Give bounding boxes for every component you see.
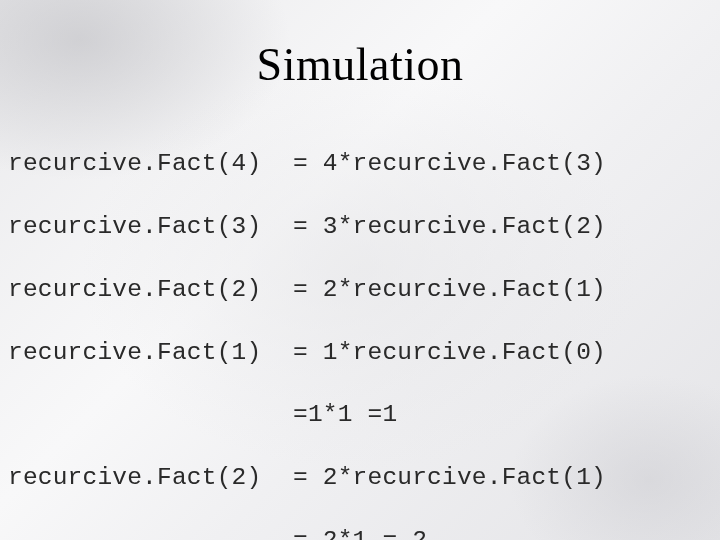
code-row: recurcive.Fact(3)= 3*recurcive.Fact(2) xyxy=(8,211,720,242)
slide-title: Simulation xyxy=(0,0,720,91)
code-rhs: = 2*recurcive.Fact(1) xyxy=(293,274,606,305)
simulation-code: recurcive.Fact(4)= 4*recurcive.Fact(3) r… xyxy=(0,91,720,540)
code-rhs: =1*1 =1 xyxy=(293,399,397,430)
code-rhs: = 1*recurcive.Fact(0) xyxy=(293,337,606,368)
code-row: recurcive.Fact(1)= 1*recurcive.Fact(0) xyxy=(8,337,720,368)
code-row: recurcive.Fact(4)= 4*recurcive.Fact(3) xyxy=(8,148,720,179)
code-lhs: recurcive.Fact(3) xyxy=(8,211,293,242)
code-rhs: = 2*1 = 2 xyxy=(293,525,427,540)
code-row: recurcive.Fact(2)= 2*recurcive.Fact(1) xyxy=(8,462,720,493)
code-rhs: = 2*recurcive.Fact(1) xyxy=(293,462,606,493)
code-row: =1*1 =1 xyxy=(8,399,720,430)
code-lhs: recurcive.Fact(2) xyxy=(8,462,293,493)
code-row: recurcive.Fact(2)= 2*recurcive.Fact(1) xyxy=(8,274,720,305)
code-rhs: = 3*recurcive.Fact(2) xyxy=(293,211,606,242)
code-lhs: recurcive.Fact(1) xyxy=(8,337,293,368)
code-rhs: = 4*recurcive.Fact(3) xyxy=(293,148,606,179)
code-lhs: recurcive.Fact(4) xyxy=(8,148,293,179)
code-lhs: recurcive.Fact(2) xyxy=(8,274,293,305)
code-row: = 2*1 = 2 xyxy=(8,525,720,540)
